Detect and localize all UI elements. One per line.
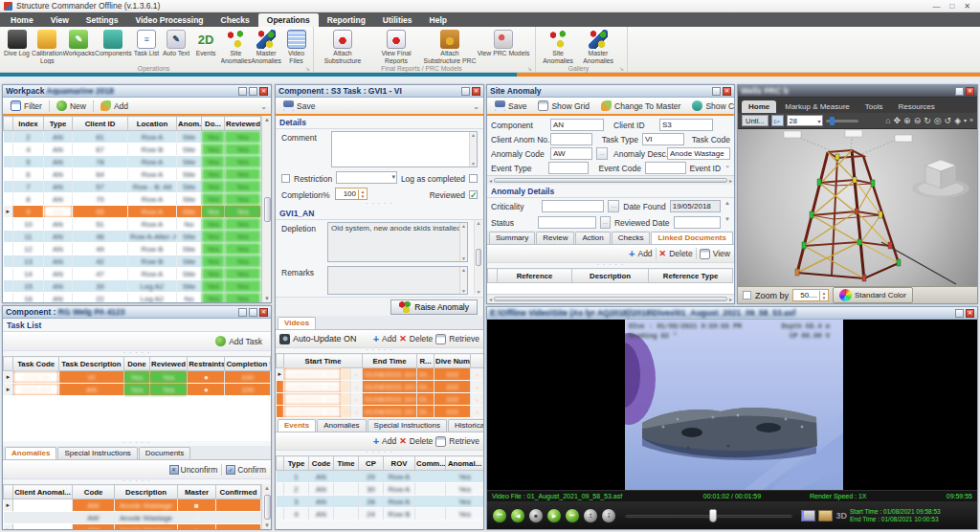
play-button[interactable]: ▶ (546, 508, 562, 523)
raise-anomaly-button[interactable]: Raise Anomaly (390, 299, 478, 315)
table-row[interactable]: ▸AWAnode Wastage■ (4, 499, 261, 512)
confirm-button[interactable]: ✓Confirm (226, 465, 266, 475)
close-icon[interactable]: ✕ (723, 87, 731, 96)
show-grid-button[interactable]: Show Grid (534, 100, 593, 112)
filter-button[interactable]: Filter (7, 100, 46, 112)
table-row[interactable]: 15AN39Leg A2SiteYesYes (4, 280, 261, 293)
add-button[interactable]: Add (97, 100, 132, 112)
menu-tab[interactable]: Reporting (319, 13, 374, 27)
chevron-down-icon[interactable] (260, 101, 267, 111)
maximize-icon[interactable] (238, 308, 247, 317)
scrollbar-thumb[interactable] (264, 495, 271, 520)
model-viewer-title-bar[interactable]: Wells PRC b ✕ (738, 85, 977, 98)
dialog-launcher-icon[interactable]: ⇘ (527, 65, 533, 72)
fly-icon[interactable]: ◈ (954, 115, 961, 126)
seek-bar[interactable] (625, 509, 792, 522)
table-row[interactable]: 10AN51Row ANoYesYes (4, 218, 261, 231)
lookup-button[interactable]: … (608, 200, 619, 212)
close-icon[interactable]: ✕ (472, 87, 480, 96)
step-forward-button[interactable]: ↧ (601, 508, 616, 523)
component-title-bar[interactable]: Component : RG Welg PA 4123 ✕ (3, 306, 271, 319)
reviewed-date-field[interactable] (674, 216, 722, 229)
reviewed-checkbox[interactable]: ✓ (469, 190, 478, 199)
doc-add-button[interactable]: Add (637, 249, 652, 258)
event-delete-button[interactable]: Delete (410, 436, 434, 446)
spin-icon[interactable]: ↺ (945, 115, 952, 126)
ribbon-item[interactable]: ✎ Auto Text (162, 28, 191, 64)
tab[interactable]: Checks (612, 232, 651, 244)
ribbon-item[interactable]: ≡ Task List (132, 28, 162, 64)
table-row[interactable]: ▸AWAnode Wastage■ (4, 524, 261, 530)
table-row[interactable]: 01/08/2021 10:0...▾●01/08/2021 10:1...Di… (277, 406, 484, 418)
new-button[interactable]: New (53, 100, 90, 112)
dialog-launcher-icon[interactable]: ⇘ (305, 65, 311, 72)
criticality-field[interactable] (542, 200, 604, 212)
event-code-field[interactable] (645, 162, 686, 174)
menu-tab[interactable]: Utilities (374, 13, 421, 27)
add-task-button[interactable]: Add Task (212, 335, 266, 347)
scrollbar-thumb[interactable] (494, 297, 727, 301)
maximize-icon[interactable] (712, 87, 721, 96)
restriction-checkbox[interactable] (281, 174, 290, 183)
pan-icon[interactable]: ✥ (894, 115, 902, 126)
table-row[interactable]: AWAnode Wastage□ (4, 512, 261, 524)
vertical-scrollbar[interactable]: ▲▼ (474, 220, 482, 295)
seek-thumb[interactable] (709, 509, 717, 522)
ribbon-item[interactable]: Video Files (281, 28, 311, 64)
scroll-down-icon[interactable]: ▼ (724, 216, 730, 222)
tab[interactable]: Special Instructions (368, 419, 447, 432)
scrollbar-thumb[interactable] (264, 197, 271, 222)
step-back-button[interactable]: ↥ (583, 508, 598, 523)
select-tool-icon[interactable]: ▻ (771, 115, 784, 126)
rewind-button[interactable]: ◀ (510, 508, 525, 523)
chevron-down-icon[interactable] (473, 101, 479, 111)
ribbon-item[interactable]: ✎ Workpacks (63, 28, 96, 64)
ribbon-item[interactable]: Calibration Logs (32, 28, 63, 64)
lookup-button[interactable]: … (596, 147, 608, 160)
close-icon[interactable]: ✕ (259, 308, 268, 317)
event-type-field[interactable] (548, 162, 590, 174)
slider-thumb[interactable] (830, 117, 835, 125)
ribbon-item[interactable]: Attach Substructure Report (316, 28, 369, 64)
tab[interactable]: Historical Dat: (448, 419, 484, 432)
skip-start-button[interactable]: ⏮ (492, 508, 507, 523)
remarks-textarea[interactable]: ▲▼ (327, 266, 468, 295)
viewer-tab[interactable]: Home (742, 100, 776, 113)
close-button[interactable]: ✕ (964, 2, 970, 11)
ribbon-item[interactable]: 2D Events (191, 28, 221, 64)
component-field[interactable]: AN (550, 119, 604, 131)
scrollbar-thumb[interactable] (494, 178, 727, 183)
video-area[interactable]: DIve : 01/08/2021 9:59:55 PM Heading 82 … (487, 320, 977, 490)
ribbon-item[interactable]: Master Anomalies (251, 28, 281, 64)
table-row[interactable]: ▸01/08/2021 09:5...▾●01/08/2021 10:0...D… (277, 368, 484, 381)
menu-tab[interactable]: Home (2, 13, 42, 27)
table-row[interactable]: 1AN29Row AYes (277, 471, 484, 483)
log-completed-checkbox[interactable] (469, 174, 478, 183)
client-id-field[interactable]: S3 (659, 119, 713, 131)
tab[interactable]: Events (278, 419, 316, 432)
table-row[interactable]: 11AN46Row A-Alter: A...SiteYesYes (4, 231, 261, 243)
minimize-button[interactable]: — (932, 2, 940, 11)
menu-tab[interactable]: View (42, 13, 78, 27)
table-row[interactable]: 3AN28Row AYes (277, 496, 484, 508)
tab[interactable]: Review (536, 232, 574, 244)
viewer-canvas[interactable] (738, 129, 977, 286)
ribbon-item[interactable]: View Final Reports (369, 28, 423, 64)
pin-icon[interactable] (249, 87, 257, 96)
table-row[interactable]: 8AN70Row ASiteYesYes (4, 193, 261, 206)
unconfirm-button[interactable]: ✕Unconfirm (169, 465, 218, 475)
anomaly-code-field[interactable]: AW (550, 147, 592, 160)
save-button[interactable]: Save (491, 100, 530, 112)
zoom-out-icon[interactable]: ⊖ (914, 115, 922, 126)
tab[interactable]: Anomalies (317, 419, 366, 432)
vertical-scrollbar[interactable]: ▲▼ (261, 484, 271, 529)
ribbon-item[interactable]: Components (95, 28, 132, 64)
snapshot-icon[interactable] (801, 510, 815, 521)
tab[interactable]: Documents (139, 447, 190, 459)
stop-button[interactable]: ■ (528, 508, 544, 523)
table-row[interactable]: ▸GVI1-VIVIYesYes●100 (4, 371, 271, 384)
maximize-button[interactable]: □ (949, 2, 954, 11)
lookup-button[interactable]: … (600, 216, 611, 229)
zoom-by-value[interactable]: 50.... (793, 291, 819, 299)
zoom-icon[interactable]: ⊕ (903, 115, 911, 126)
